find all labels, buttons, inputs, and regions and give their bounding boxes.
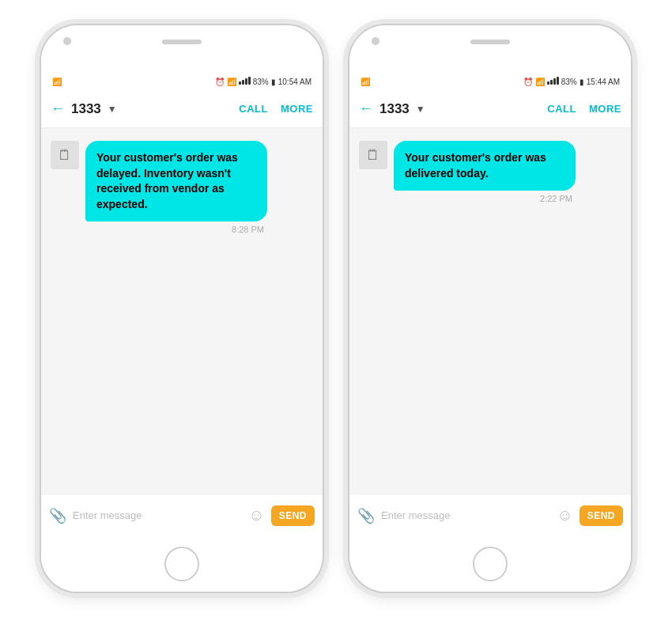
timestamp-2: 2:22 PM — [394, 194, 576, 203]
emoji-icon-1[interactable]: ☺ — [248, 506, 264, 524]
contact-name-2: 1333 — [379, 101, 410, 117]
header-actions-2: CALL MORE — [547, 103, 621, 115]
phone-top-1 — [41, 25, 323, 73]
chat-area-2: 🗒 Your customer's order was delivered to… — [349, 128, 631, 494]
header-left-1: ← 1333 ▼ — [51, 100, 117, 117]
phone-2: 📶 ⏰ 📶 83% ▮ 15:44 AM — [348, 24, 632, 593]
document-icon-1: 🗒 — [58, 147, 72, 164]
front-camera-1 — [63, 37, 71, 45]
dropdown-icon-2[interactable]: ▼ — [416, 104, 425, 115]
avatar-2: 🗒 — [359, 141, 387, 169]
time-1: 10:54 AM — [278, 78, 311, 86]
speaker-1 — [162, 40, 202, 44]
wifi-status-2: 📶 — [535, 78, 545, 86]
app-header-2: ← 1333 ▼ CALL MORE — [349, 90, 631, 128]
input-bar-1: 📎 Enter message ☺ SEND — [41, 494, 323, 536]
bubble-container-2: Your customer's order was delivered toda… — [394, 141, 576, 203]
call-button-2[interactable]: CALL — [547, 103, 576, 115]
wifi-status-1: 📶 — [227, 78, 236, 86]
status-bar-2: 📶 ⏰ 📶 83% ▮ 15:44 AM — [349, 73, 631, 90]
app-header-1: ← 1333 ▼ CALL MORE — [41, 90, 323, 128]
chat-area-1: 🗒 Your customer's order was delayed. Inv… — [41, 128, 323, 494]
bubble-container-1: Your customer's order was delayed. Inven… — [85, 141, 267, 234]
signal-icon-2 — [547, 77, 559, 86]
send-button-2[interactable]: SEND — [580, 505, 623, 526]
dropdown-icon-1[interactable]: ▼ — [108, 104, 117, 115]
home-button-2[interactable] — [473, 547, 508, 581]
more-button-2[interactable]: MORE — [589, 103, 621, 115]
send-button-1[interactable]: SEND — [271, 505, 315, 526]
contact-name-1: 1333 — [71, 101, 101, 117]
header-left-2: ← 1333 ▼ — [359, 100, 425, 117]
attach-icon-2[interactable]: 📎 — [357, 507, 375, 524]
message-row-1: 🗒 Your customer's order was delayed. Inv… — [51, 141, 313, 234]
header-actions-1: CALL MORE — [239, 103, 313, 115]
message-bubble-2: Your customer's order was delivered toda… — [394, 141, 576, 191]
status-left-2: 📶 — [361, 78, 370, 86]
message-input-1[interactable]: Enter message — [73, 509, 242, 521]
phone-1: 📶 ⏰ 📶 83% ▮ 10:54 AM — [40, 24, 324, 593]
battery-icon-1: ▮ — [271, 78, 276, 86]
status-right-2: ⏰ 📶 83% ▮ 15:44 AM — [523, 77, 620, 86]
front-camera-2 — [372, 37, 379, 45]
phone-top-2 — [349, 25, 631, 73]
battery-percent-1: 83% — [253, 78, 269, 86]
call-button-1[interactable]: CALL — [239, 103, 268, 115]
wifi-icon-1: 📶 — [52, 78, 62, 86]
clock-icon-1: ⏰ — [215, 78, 225, 86]
home-button-1[interactable] — [164, 547, 199, 581]
phones-container: 📶 ⏰ 📶 83% ▮ 10:54 AM — [40, 24, 632, 593]
back-button-1[interactable]: ← — [51, 100, 65, 117]
emoji-icon-2[interactable]: ☺ — [557, 506, 572, 524]
clock-icon-2: ⏰ — [523, 78, 533, 86]
signal-icon-1 — [239, 77, 251, 86]
time-2: 15:44 AM — [587, 78, 620, 86]
status-right-1: ⏰ 📶 83% ▮ 10:54 AM — [215, 77, 311, 86]
document-icon-2: 🗒 — [366, 147, 380, 164]
input-bar-2: 📎 Enter message ☺ SEND — [349, 494, 631, 536]
phone-bottom-1 — [41, 536, 323, 592]
attach-icon-1[interactable]: 📎 — [49, 507, 66, 524]
avatar-1: 🗒 — [51, 141, 79, 169]
battery-percent-2: 83% — [561, 78, 577, 86]
back-button-2[interactable]: ← — [359, 100, 373, 117]
status-left-1: 📶 — [52, 78, 62, 86]
phone-bottom-2 — [349, 536, 631, 592]
message-input-2[interactable]: Enter message — [381, 509, 550, 521]
message-row-2: 🗒 Your customer's order was delivered to… — [359, 141, 621, 203]
message-bubble-1: Your customer's order was delayed. Inven… — [85, 141, 267, 221]
status-bar-1: 📶 ⏰ 📶 83% ▮ 10:54 AM — [41, 73, 323, 90]
wifi-icon-2: 📶 — [361, 78, 370, 86]
battery-icon-2: ▮ — [580, 78, 584, 86]
more-button-1[interactable]: MORE — [281, 103, 313, 115]
speaker-2 — [470, 40, 510, 44]
timestamp-1: 8:28 PM — [85, 225, 267, 234]
